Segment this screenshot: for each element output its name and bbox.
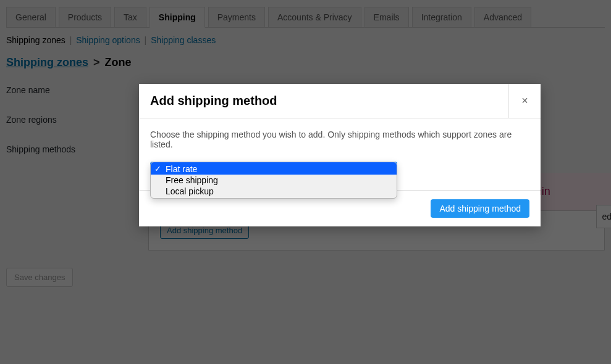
option-free-shipping[interactable]: Free shipping [151, 175, 397, 186]
add-shipping-method-modal: Add shipping method × Choose the shippin… [139, 84, 541, 226]
option-flat-rate[interactable]: Flat rate [151, 162, 397, 175]
option-local-pickup[interactable]: Local pickup [151, 186, 397, 198]
method-select[interactable]: Flat rate Free shipping Local pickup [150, 162, 397, 179]
add-shipping-method-submit[interactable]: Add shipping method [431, 199, 529, 218]
close-icon[interactable]: × [508, 84, 541, 118]
modal-title: Add shipping method [139, 84, 289, 118]
modal-header: Add shipping method × [139, 84, 541, 118]
modal-description: Choose the shipping method you wish to a… [150, 130, 529, 149]
method-dropdown: Flat rate Free shipping Local pickup [150, 162, 397, 199]
modal-body: Choose the shipping method you wish to a… [139, 118, 541, 190]
